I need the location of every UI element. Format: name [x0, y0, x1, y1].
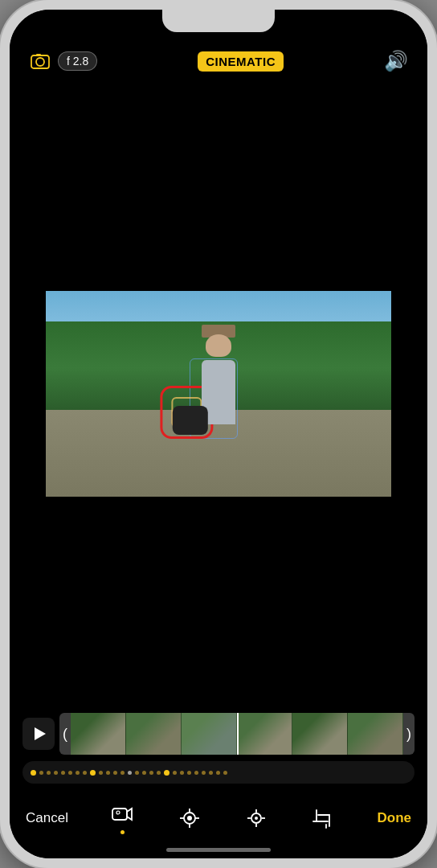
- svg-rect-2: [36, 54, 41, 56]
- done-button[interactable]: Done: [377, 810, 411, 826]
- svg-point-1: [36, 58, 44, 66]
- sound-icon[interactable]: 🔊: [384, 50, 408, 72]
- dot-active-1: [31, 770, 36, 776]
- home-indicator: [166, 848, 271, 852]
- top-bar-left: f 2.8: [29, 50, 97, 72]
- camera-icon[interactable]: [29, 50, 51, 72]
- dot-22: [216, 771, 220, 775]
- notch: [162, 10, 275, 32]
- toolbar-adjustment[interactable]: [177, 805, 202, 831]
- dot-14: [149, 771, 153, 775]
- phone-frame: f 2.8 CINEMATIC 🔊: [0, 0, 437, 868]
- dot-6: [76, 771, 80, 775]
- dot-19: [194, 771, 198, 775]
- play-icon: [35, 727, 46, 740]
- frame-2: [126, 713, 182, 755]
- person-head: [206, 334, 231, 357]
- dots-timeline[interactable]: [22, 761, 415, 784]
- playhead: [237, 713, 239, 755]
- dots-track: [31, 770, 406, 776]
- aperture-badge[interactable]: f 2.8: [58, 51, 97, 71]
- dot-active-2: [90, 770, 96, 776]
- dot-13: [142, 771, 146, 775]
- frame-1: [71, 713, 126, 755]
- dot-18: [187, 771, 191, 775]
- timeline-track: ( ): [22, 713, 415, 755]
- dot-4: [61, 771, 65, 775]
- cinematic-camera-dot: [120, 830, 125, 834]
- cancel-button[interactable]: Cancel: [26, 810, 68, 826]
- filmstrip-bracket-right[interactable]: ): [403, 713, 415, 755]
- dot-8: [99, 771, 103, 775]
- dot-10: [113, 771, 117, 775]
- dot-20: [202, 771, 206, 775]
- dot-white-1: [128, 771, 132, 775]
- svg-rect-3: [112, 809, 127, 820]
- dot-23: [223, 771, 227, 775]
- dot-12: [135, 771, 139, 775]
- dot-21: [209, 771, 213, 775]
- dot-9: [106, 771, 110, 775]
- dot-17: [180, 771, 184, 775]
- crop-icon: [310, 805, 336, 831]
- cinematic-badge[interactable]: CINEMATIC: [198, 51, 284, 72]
- dot-11: [120, 771, 125, 775]
- toolbar-focus[interactable]: [243, 805, 269, 831]
- dot-5: [68, 771, 72, 775]
- dot-2: [47, 771, 51, 775]
- frame-6: [348, 713, 403, 755]
- toolbar-cinematic-camera[interactable]: [109, 801, 135, 834]
- timeline-area: ( ): [10, 705, 427, 792]
- filmstrip[interactable]: ( ): [59, 713, 415, 755]
- scene: [46, 291, 391, 497]
- video-frame: [46, 291, 391, 497]
- cinematic-camera-icon: [109, 801, 135, 827]
- filmstrip-frames: [71, 713, 403, 755]
- dot-15: [157, 771, 161, 775]
- dog-subject: [173, 406, 208, 435]
- dot-active-3: [164, 770, 169, 776]
- svg-point-12: [255, 817, 258, 820]
- dot-16: [173, 771, 177, 775]
- dot-7: [83, 771, 87, 775]
- adjustment-icon: [177, 805, 202, 831]
- frame-4: [237, 713, 292, 755]
- dot-1: [39, 771, 43, 775]
- filmstrip-bracket-left[interactable]: (: [59, 713, 71, 755]
- toolbar-crop[interactable]: [310, 805, 336, 831]
- svg-point-4: [116, 811, 120, 814]
- video-area: [10, 82, 427, 705]
- screen: f 2.8 CINEMATIC 🔊: [10, 10, 427, 858]
- svg-point-10: [187, 816, 192, 821]
- frame-3: [182, 713, 237, 755]
- dot-3: [54, 771, 58, 775]
- play-button[interactable]: [22, 718, 55, 750]
- frame-5: [292, 713, 348, 755]
- focus-icon: [243, 805, 269, 831]
